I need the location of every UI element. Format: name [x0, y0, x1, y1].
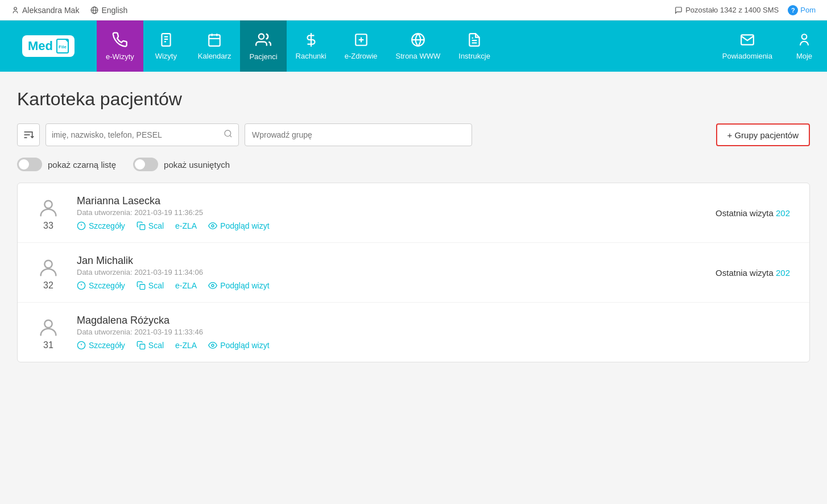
rachunki-icon	[304, 32, 319, 49]
avatar-3	[36, 314, 61, 339]
group-patients-button[interactable]: + Grupy pacjentów	[716, 123, 811, 146]
logo[interactable]: Med File	[0, 20, 97, 72]
svg-point-39	[212, 284, 214, 287]
wizyty-label: Wizyty	[155, 52, 177, 60]
table-row: 33 Marianna Lasecka Data utworzenia: 202…	[18, 183, 809, 243]
podglad-label-1: Podgląd wizyt	[220, 221, 269, 230]
search-box	[46, 123, 239, 146]
nav-item-moje[interactable]: Moje	[781, 20, 827, 72]
pom-label: Pom	[800, 6, 816, 14]
search-input[interactable]	[52, 130, 221, 139]
patient-actions-1: Szczegóły Scal e-ZLA Podgląd wizyt	[77, 221, 704, 230]
language-selector[interactable]: English	[90, 6, 127, 15]
patient-info-3: Magdalena Różycka Data utworzenia: 2021-…	[77, 315, 704, 350]
patient-number-3: 31	[43, 340, 53, 350]
svg-rect-32	[140, 225, 145, 230]
deleted-label: pokaż usuniętych	[164, 160, 230, 170]
toggles-row: pokaż czarną listę pokaż usuniętych	[17, 158, 810, 171]
svg-rect-8	[209, 35, 220, 46]
nav-item-ewizyty[interactable]: e-Wizyty	[97, 20, 143, 72]
nav-item-rachunki[interactable]: Rachunki	[287, 20, 336, 72]
svg-point-21	[802, 34, 807, 39]
svg-point-12	[259, 34, 264, 39]
table-row: 32 Jan Michalik Data utworzenia: 2021-03…	[18, 243, 809, 303]
scal-link-3[interactable]: Scal	[137, 341, 164, 350]
podglad-label-3: Podgląd wizyt	[220, 341, 269, 350]
powiadomienia-label: Powiadomienia	[722, 52, 772, 60]
pacjenci-icon	[255, 32, 271, 50]
svg-point-0	[14, 7, 17, 10]
nav-item-ezdrowie[interactable]: e-Zdrowie	[336, 20, 387, 72]
scal-label-1: Scal	[148, 221, 164, 230]
ezdrowie-icon	[354, 32, 369, 49]
search-icon	[224, 129, 233, 141]
logo-file-icon: File	[56, 39, 69, 53]
patient-date-1: Data utworzenia: 2021-03-19 11:36:25	[77, 208, 704, 217]
strona-www-label: Strona WWW	[396, 52, 441, 60]
patient-name-1: Marianna Lasecka	[77, 195, 704, 207]
patient-number-1: 33	[43, 221, 53, 231]
last-visit-value-1: 202	[776, 208, 790, 218]
ezla-label-1: e-ZLA	[175, 221, 197, 230]
patient-name-3: Magdalena Różycka	[77, 315, 704, 327]
kalendarz-label: Kalendarz	[198, 52, 231, 60]
podglad-label-2: Podgląd wizyt	[220, 281, 269, 290]
nav-item-instrukcje[interactable]: Instrukcje	[449, 20, 499, 72]
ezla-link-1[interactable]: e-ZLA	[175, 221, 197, 230]
sort-button[interactable]	[17, 123, 40, 146]
nav-item-pacjenci[interactable]: Pacjenci	[240, 20, 286, 72]
deleted-toggle-group: pokaż usuniętych	[133, 158, 230, 171]
nav-item-strona-www[interactable]: Strona WWW	[387, 20, 450, 72]
ezla-link-2[interactable]: e-ZLA	[175, 281, 197, 290]
ezla-label-3: e-ZLA	[175, 341, 197, 350]
last-visit-2: Ostatnia wizyta 202	[716, 268, 796, 278]
svg-point-40	[44, 320, 52, 328]
scal-link-2[interactable]: Scal	[137, 281, 164, 290]
podglad-link-2[interactable]: Podgląd wizyt	[208, 281, 269, 290]
szczegoly-link-2[interactable]: Szczegóły	[77, 281, 125, 290]
main-content: Kartoteka pacjentów + Grupy pacjentów	[0, 72, 827, 504]
nav-item-wizyty[interactable]: Wizyty	[143, 20, 189, 72]
podglad-link-3[interactable]: Podgląd wizyt	[208, 341, 269, 350]
avatar-area-1: 33	[31, 195, 65, 231]
patient-actions-2: Szczegóły Scal e-ZLA Podgląd wizyt	[77, 281, 704, 290]
last-visit-value-2: 202	[776, 268, 790, 278]
szczegoly-link-1[interactable]: Szczegóły	[77, 221, 125, 230]
scal-link-1[interactable]: Scal	[137, 221, 164, 230]
logo-box: Med File	[22, 35, 75, 57]
patient-date-2: Data utworzenia: 2021-03-19 11:34:06	[77, 268, 704, 276]
kalendarz-icon	[207, 32, 222, 49]
patient-info-2: Jan Michalik Data utworzenia: 2021-03-19…	[77, 255, 704, 290]
logo-file-text: File	[59, 45, 67, 49]
username-label: Aleksandra Mak	[22, 6, 79, 15]
szczegoly-label-2: Szczegóły	[89, 281, 125, 290]
deleted-toggle[interactable]	[133, 158, 158, 171]
strona-www-icon	[411, 32, 425, 49]
svg-rect-44	[140, 344, 145, 349]
help-badge[interactable]: ? Pom	[788, 5, 816, 15]
ewizyty-label: e-Wizyty	[106, 52, 134, 61]
moje-icon	[797, 32, 812, 49]
patient-date-3: Data utworzenia: 2021-03-19 11:33:46	[77, 328, 704, 336]
szczegoly-link-3[interactable]: Szczegóły	[77, 341, 125, 350]
powiadomienia-icon	[740, 32, 755, 49]
wizyty-icon	[159, 32, 173, 49]
pacjenci-label: Pacjenci	[249, 52, 277, 61]
nav-item-powiadomienia[interactable]: Powiadomienia	[713, 20, 781, 72]
patient-list: 33 Marianna Lasecka Data utworzenia: 202…	[17, 183, 810, 362]
podglad-link-1[interactable]: Podgląd wizyt	[208, 221, 269, 230]
svg-line-27	[230, 135, 231, 137]
main-nav: Med File e-Wizyty Wizyty Kalendarz Pacje…	[0, 20, 827, 72]
svg-rect-38	[140, 284, 145, 290]
sms-label: Pozostało 1342 z 1400 SMS	[685, 6, 779, 14]
svg-point-45	[212, 344, 214, 346]
moje-label: Moje	[796, 52, 812, 60]
ezla-link-3[interactable]: e-ZLA	[175, 341, 197, 350]
patient-actions-3: Szczegóły Scal e-ZLA Podgląd wizyt	[77, 341, 704, 350]
nav-item-kalendarz[interactable]: Kalendarz	[189, 20, 241, 72]
blacklist-toggle[interactable]	[17, 158, 42, 171]
rachunki-label: Rachunki	[296, 52, 326, 60]
patient-name-2: Jan Michalik	[77, 255, 704, 267]
group-input[interactable]	[245, 123, 472, 146]
toolbar: + Grupy pacjentów	[17, 123, 810, 146]
